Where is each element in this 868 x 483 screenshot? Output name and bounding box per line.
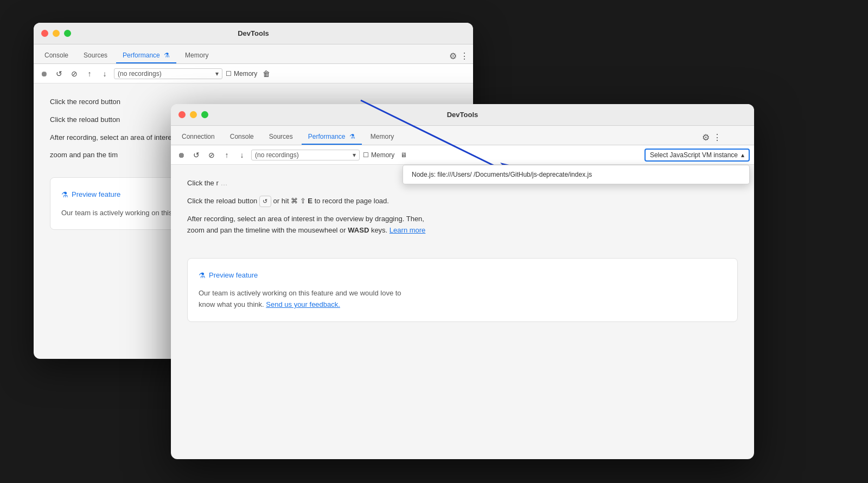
front-reload-button[interactable]: ↺ xyxy=(190,149,202,161)
front-tab-performance[interactable]: Performance ⚗ xyxy=(302,130,362,145)
front-preview-flask-icon: ⚗ xyxy=(199,269,206,281)
front-vm-dropdown[interactable]: Node.js: file:///Users/ /Documents/GitHu… xyxy=(403,165,750,184)
back-maximize-button[interactable] xyxy=(64,30,71,37)
front-vm-dropdown-item[interactable]: Node.js: file:///Users/ /Documents/GitHu… xyxy=(403,165,749,184)
front-feedback-link[interactable]: Send us your feedback. xyxy=(266,300,340,308)
front-reload-shortcut: or hit ⌘ ⇧ E to record the page load. xyxy=(273,197,389,205)
back-download-button[interactable]: ↓ xyxy=(99,68,111,80)
front-minimize-button[interactable] xyxy=(190,111,197,118)
back-tab-memory[interactable]: Memory xyxy=(178,48,215,63)
front-memory-checkbox-area[interactable]: ☐ Memory xyxy=(363,151,394,159)
front-tab-memory[interactable]: Memory xyxy=(364,130,400,145)
back-delete-button[interactable]: 🗑 xyxy=(260,68,272,80)
back-more-icon[interactable]: ⋮ xyxy=(460,51,469,61)
back-preview-flask-icon: ⚗ xyxy=(61,189,68,201)
front-performance-flask-icon: ⚗ xyxy=(349,133,355,140)
back-recordings-dropdown[interactable]: (no recordings) ▾ xyxy=(114,68,222,79)
back-reload-button[interactable]: ↺ xyxy=(53,68,65,80)
front-chip-icon: 🖥 xyxy=(398,149,410,161)
front-tab-console[interactable]: Console xyxy=(224,130,260,145)
front-preview-box: ⚗ Preview feature Our team is actively w… xyxy=(187,258,738,322)
back-tab-console[interactable]: Console xyxy=(38,48,75,63)
back-window-title: DevTools xyxy=(238,29,269,37)
back-traffic-lights xyxy=(41,30,71,37)
front-memory-label: Memory xyxy=(371,151,394,159)
front-upload-button[interactable]: ↑ xyxy=(221,149,233,161)
front-download-button[interactable]: ↓ xyxy=(236,149,248,161)
front-vm-chevron-up-icon: ▴ xyxy=(741,151,744,159)
back-toolbar: ⏺ ↺ ⊘ ↑ ↓ (no recordings) ▾ ☐ Memory 🗑 xyxy=(34,64,473,83)
front-content-line2: Click the reload button ↺ or hit ⌘ ⇧ E t… xyxy=(187,196,738,208)
back-tab-sources[interactable]: Sources xyxy=(77,48,114,63)
front-devtools-window: DevTools Connection Console Sources Perf… xyxy=(171,104,754,459)
front-content-line3: After recording, select an area of inter… xyxy=(187,214,738,236)
front-settings-icon[interactable]: ⚙ xyxy=(702,132,710,143)
front-tab-sources[interactable]: Sources xyxy=(263,130,299,145)
front-preview-text: Our team is actively working on this fea… xyxy=(199,288,726,311)
back-memory-checkbox[interactable]: ☐ xyxy=(226,70,232,78)
back-memory-checkbox-area[interactable]: ☐ Memory xyxy=(226,70,257,78)
back-recordings-text: (no recordings) xyxy=(118,70,162,78)
front-toolbar: ⏺ ↺ ⊘ ↑ ↓ (no recordings) ▾ ☐ Memory 🖥 S… xyxy=(171,145,754,165)
back-chevron-down-icon: ▾ xyxy=(215,70,219,78)
front-content: Click the r … Click the reload button ↺ … xyxy=(171,165,754,335)
front-more-icon[interactable]: ⋮ xyxy=(713,132,722,143)
back-tabs-bar: Console Sources Performance ⚗ Memory ⚙ ⋮ xyxy=(34,44,473,64)
front-learn-more-link[interactable]: Learn more xyxy=(390,226,425,234)
back-memory-label: Memory xyxy=(234,70,257,78)
front-maximize-button[interactable] xyxy=(201,111,208,118)
front-stop-button[interactable]: ⊘ xyxy=(206,149,218,161)
front-recordings-dropdown[interactable]: (no recordings) ▾ xyxy=(251,150,360,160)
front-reload-kbd: ↺ xyxy=(259,196,271,208)
front-traffic-lights xyxy=(178,111,208,118)
front-titlebar: DevTools xyxy=(171,104,754,126)
front-record-button[interactable]: ⏺ xyxy=(175,149,187,161)
back-minimize-button[interactable] xyxy=(53,30,60,37)
front-chevron-down-icon: ▾ xyxy=(353,151,356,159)
front-wasd-text: WASD xyxy=(348,226,369,234)
back-tab-icons: ⚙ ⋮ xyxy=(449,51,469,63)
front-recordings-text: (no recordings) xyxy=(255,151,299,159)
front-tab-icons: ⚙ ⋮ xyxy=(702,132,722,145)
front-preview-title: ⚗ Preview feature xyxy=(199,269,726,281)
front-vm-selector-button[interactable]: Select JavaScript VM instance ▴ xyxy=(644,149,750,162)
front-vm-selector-label: Select JavaScript VM instance xyxy=(650,151,738,159)
front-memory-checkbox[interactable]: ☐ xyxy=(363,151,369,159)
back-settings-icon[interactable]: ⚙ xyxy=(449,51,457,61)
back-tab-performance[interactable]: Performance ⚗ xyxy=(116,48,176,63)
front-tabs-bar: Connection Console Sources Performance ⚗… xyxy=(171,126,754,145)
back-performance-flask-icon: ⚗ xyxy=(164,51,170,59)
front-window-title: DevTools xyxy=(447,111,478,119)
back-close-button[interactable] xyxy=(41,30,48,37)
back-stop-button[interactable]: ⊘ xyxy=(68,68,80,80)
front-close-button[interactable] xyxy=(178,111,186,118)
back-record-button[interactable]: ⏺ xyxy=(38,68,50,80)
front-tab-connection[interactable]: Connection xyxy=(175,130,221,145)
back-titlebar: DevTools xyxy=(34,23,473,44)
back-upload-button[interactable]: ↑ xyxy=(84,68,95,80)
